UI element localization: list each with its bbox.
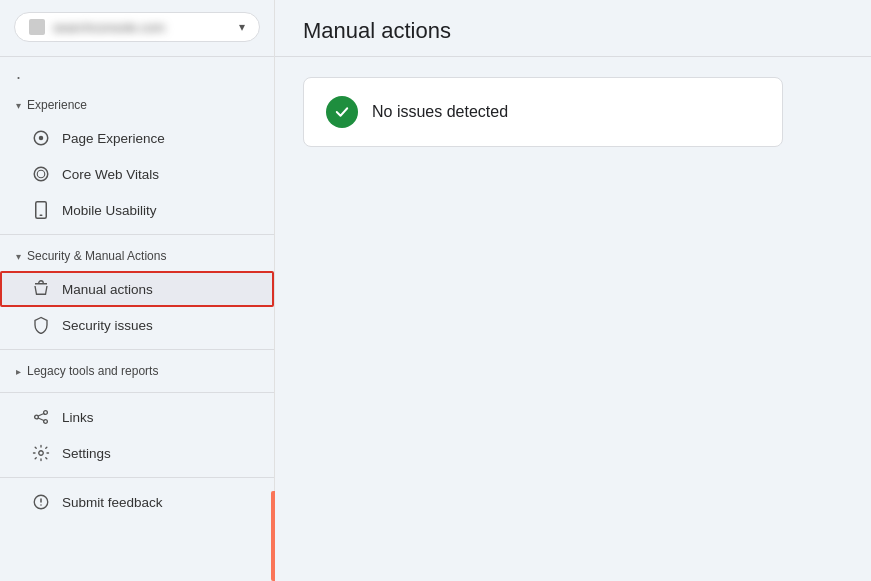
svg-point-7 [44, 411, 48, 415]
links-icon [32, 408, 50, 426]
sidebar-item-security-issues[interactable]: Security issues [0, 307, 274, 343]
chevron-legacy-icon: ▸ [16, 366, 21, 377]
sidebar-item-mobile-usability-label: Mobile Usability [62, 203, 157, 218]
main-content: Manual actions No issues detected [275, 0, 871, 581]
svg-line-9 [38, 413, 44, 416]
main-body: No issues detected [275, 57, 871, 581]
security-issues-icon [32, 316, 50, 334]
sidebar-item-manual-actions[interactable]: Manual actions [0, 271, 274, 307]
chevron-experience-icon: ▾ [16, 100, 21, 111]
sidebar-item-manual-actions-label: Manual actions [62, 282, 153, 297]
svg-line-10 [38, 418, 44, 421]
sidebar-item-mobile-usability[interactable]: Mobile Usability [0, 192, 274, 228]
section-security-manual[interactable]: ▾ Security & Manual Actions [0, 241, 274, 271]
svg-point-11 [39, 451, 44, 456]
site-favicon [29, 19, 45, 35]
svg-point-2 [34, 167, 48, 181]
chevron-security-icon: ▾ [16, 251, 21, 262]
page-experience-icon [32, 129, 50, 147]
sidebar-item-settings-label: Settings [62, 446, 111, 461]
sidebar-item-links-label: Links [62, 410, 94, 425]
section-legacy-label: Legacy tools and reports [27, 364, 158, 378]
sidebar-item-page-experience-label: Page Experience [62, 131, 165, 146]
section-experience[interactable]: ▾ Experience [0, 90, 274, 120]
nav-dot: · [0, 63, 274, 90]
sidebar-item-submit-feedback-label: Submit feedback [62, 495, 163, 510]
section-experience-label: Experience [27, 98, 87, 112]
sidebar-item-links[interactable]: Links [0, 399, 274, 435]
settings-icon [32, 444, 50, 462]
svg-point-14 [40, 504, 42, 506]
sidebar-item-settings[interactable]: Settings [0, 435, 274, 471]
svg-point-1 [39, 136, 44, 141]
sidebar-item-core-web-vitals[interactable]: Core Web Vitals [0, 156, 274, 192]
sidebar-item-security-issues-label: Security issues [62, 318, 153, 333]
sidebar-item-submit-feedback[interactable]: Submit feedback [0, 484, 274, 520]
svg-point-6 [35, 415, 39, 419]
manual-actions-icon [32, 280, 50, 298]
section-security-manual-label: Security & Manual Actions [27, 249, 166, 263]
section-legacy[interactable]: ▸ Legacy tools and reports [0, 356, 274, 386]
svg-point-8 [44, 420, 48, 424]
divider-feedback [0, 477, 274, 478]
chevron-down-icon: ▾ [239, 20, 245, 34]
divider-top [0, 56, 274, 57]
site-selector[interactable]: searchconsole.com ▾ [14, 12, 260, 42]
core-web-vitals-icon [32, 165, 50, 183]
no-issues-text: No issues detected [372, 103, 508, 121]
site-selector-text: searchconsole.com [53, 20, 231, 35]
main-header: Manual actions [275, 0, 871, 57]
sidebar-item-page-experience[interactable]: Page Experience [0, 120, 274, 156]
divider-legacy [0, 349, 274, 350]
sidebar: searchconsole.com ▾ · ▾ Experience Page … [0, 0, 275, 581]
svg-point-3 [37, 170, 45, 178]
page-title: Manual actions [303, 18, 843, 44]
sidebar-item-core-web-vitals-label: Core Web Vitals [62, 167, 159, 182]
divider-bottom [0, 392, 274, 393]
divider-mid [0, 234, 274, 235]
feedback-icon [32, 493, 50, 511]
no-issues-card: No issues detected [303, 77, 783, 147]
check-circle-icon [326, 96, 358, 128]
mobile-usability-icon [32, 201, 50, 219]
